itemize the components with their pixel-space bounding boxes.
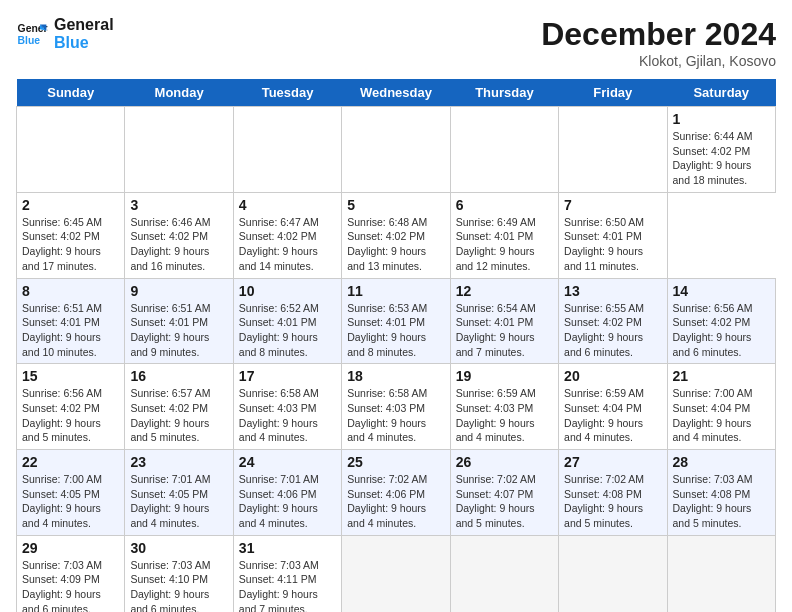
month-title: December 2024	[541, 16, 776, 53]
day-info: Sunrise: 6:48 AMSunset: 4:02 PMDaylight:…	[347, 215, 444, 274]
day-info: Sunrise: 7:01 AMSunset: 4:06 PMDaylight:…	[239, 472, 336, 531]
day-info: Sunrise: 7:00 AMSunset: 4:05 PMDaylight:…	[22, 472, 119, 531]
day-cell: 26Sunrise: 7:02 AMSunset: 4:07 PMDayligh…	[450, 450, 558, 536]
day-info: Sunrise: 6:56 AMSunset: 4:02 PMDaylight:…	[673, 301, 770, 360]
day-cell: 17Sunrise: 6:58 AMSunset: 4:03 PMDayligh…	[233, 364, 341, 450]
svg-text:Blue: Blue	[18, 34, 41, 45]
day-cell: 30Sunrise: 7:03 AMSunset: 4:10 PMDayligh…	[125, 535, 233, 612]
week-row: 29Sunrise: 7:03 AMSunset: 4:09 PMDayligh…	[17, 535, 776, 612]
day-number: 5	[347, 197, 444, 213]
day-info: Sunrise: 6:46 AMSunset: 4:02 PMDaylight:…	[130, 215, 227, 274]
day-number: 21	[673, 368, 770, 384]
day-info: Sunrise: 7:03 AMSunset: 4:10 PMDaylight:…	[130, 558, 227, 612]
day-number: 22	[22, 454, 119, 470]
day-number: 20	[564, 368, 661, 384]
day-info: Sunrise: 7:03 AMSunset: 4:11 PMDaylight:…	[239, 558, 336, 612]
day-number: 29	[22, 540, 119, 556]
logo: General Blue General Blue	[16, 16, 114, 51]
day-number: 15	[22, 368, 119, 384]
day-info: Sunrise: 6:51 AMSunset: 4:01 PMDaylight:…	[130, 301, 227, 360]
day-cell: 15Sunrise: 6:56 AMSunset: 4:02 PMDayligh…	[17, 364, 125, 450]
empty-cell	[17, 107, 125, 193]
day-cell: 16Sunrise: 6:57 AMSunset: 4:02 PMDayligh…	[125, 364, 233, 450]
day-cell: 20Sunrise: 6:59 AMSunset: 4:04 PMDayligh…	[559, 364, 667, 450]
day-number: 23	[130, 454, 227, 470]
day-number: 1	[673, 111, 770, 127]
day-cell: 10Sunrise: 6:52 AMSunset: 4:01 PMDayligh…	[233, 278, 341, 364]
empty-cell	[559, 535, 667, 612]
day-number: 14	[673, 283, 770, 299]
day-cell: 13Sunrise: 6:55 AMSunset: 4:02 PMDayligh…	[559, 278, 667, 364]
day-info: Sunrise: 6:52 AMSunset: 4:01 PMDaylight:…	[239, 301, 336, 360]
empty-cell	[450, 107, 558, 193]
day-info: Sunrise: 6:54 AMSunset: 4:01 PMDaylight:…	[456, 301, 553, 360]
day-info: Sunrise: 6:57 AMSunset: 4:02 PMDaylight:…	[130, 386, 227, 445]
day-cell: 21Sunrise: 7:00 AMSunset: 4:04 PMDayligh…	[667, 364, 775, 450]
empty-cell	[342, 107, 450, 193]
day-cell: 1Sunrise: 6:44 AMSunset: 4:02 PMDaylight…	[667, 107, 775, 193]
day-number: 7	[564, 197, 661, 213]
day-info: Sunrise: 6:59 AMSunset: 4:03 PMDaylight:…	[456, 386, 553, 445]
day-header-saturday: Saturday	[667, 79, 775, 107]
day-cell: 14Sunrise: 6:56 AMSunset: 4:02 PMDayligh…	[667, 278, 775, 364]
week-row: 8Sunrise: 6:51 AMSunset: 4:01 PMDaylight…	[17, 278, 776, 364]
empty-cell	[450, 535, 558, 612]
logo-text-blue: Blue	[54, 34, 114, 52]
day-number: 11	[347, 283, 444, 299]
day-cell: 25Sunrise: 7:02 AMSunset: 4:06 PMDayligh…	[342, 450, 450, 536]
week-row: 22Sunrise: 7:00 AMSunset: 4:05 PMDayligh…	[17, 450, 776, 536]
day-info: Sunrise: 6:49 AMSunset: 4:01 PMDaylight:…	[456, 215, 553, 274]
day-cell: 27Sunrise: 7:02 AMSunset: 4:08 PMDayligh…	[559, 450, 667, 536]
day-cell: 18Sunrise: 6:58 AMSunset: 4:03 PMDayligh…	[342, 364, 450, 450]
day-info: Sunrise: 7:02 AMSunset: 4:07 PMDaylight:…	[456, 472, 553, 531]
day-cell: 29Sunrise: 7:03 AMSunset: 4:09 PMDayligh…	[17, 535, 125, 612]
day-cell: 9Sunrise: 6:51 AMSunset: 4:01 PMDaylight…	[125, 278, 233, 364]
empty-cell	[342, 535, 450, 612]
empty-cell	[233, 107, 341, 193]
location: Klokot, Gjilan, Kosovo	[541, 53, 776, 69]
day-cell: 28Sunrise: 7:03 AMSunset: 4:08 PMDayligh…	[667, 450, 775, 536]
day-header-tuesday: Tuesday	[233, 79, 341, 107]
day-number: 2	[22, 197, 119, 213]
header-row: SundayMondayTuesdayWednesdayThursdayFrid…	[17, 79, 776, 107]
day-number: 17	[239, 368, 336, 384]
calendar-table: SundayMondayTuesdayWednesdayThursdayFrid…	[16, 79, 776, 612]
logo-text-general: General	[54, 16, 114, 34]
day-number: 30	[130, 540, 227, 556]
page-header: General Blue General Blue December 2024 …	[16, 16, 776, 69]
day-info: Sunrise: 7:03 AMSunset: 4:09 PMDaylight:…	[22, 558, 119, 612]
day-cell: 6Sunrise: 6:49 AMSunset: 4:01 PMDaylight…	[450, 192, 558, 278]
day-number: 16	[130, 368, 227, 384]
day-info: Sunrise: 7:00 AMSunset: 4:04 PMDaylight:…	[673, 386, 770, 445]
day-number: 31	[239, 540, 336, 556]
day-info: Sunrise: 7:02 AMSunset: 4:06 PMDaylight:…	[347, 472, 444, 531]
day-cell: 22Sunrise: 7:00 AMSunset: 4:05 PMDayligh…	[17, 450, 125, 536]
day-cell: 11Sunrise: 6:53 AMSunset: 4:01 PMDayligh…	[342, 278, 450, 364]
week-row: 1Sunrise: 6:44 AMSunset: 4:02 PMDaylight…	[17, 107, 776, 193]
day-cell: 2Sunrise: 6:45 AMSunset: 4:02 PMDaylight…	[17, 192, 125, 278]
day-cell: 3Sunrise: 6:46 AMSunset: 4:02 PMDaylight…	[125, 192, 233, 278]
day-number: 27	[564, 454, 661, 470]
day-info: Sunrise: 6:56 AMSunset: 4:02 PMDaylight:…	[22, 386, 119, 445]
day-number: 4	[239, 197, 336, 213]
day-number: 18	[347, 368, 444, 384]
day-header-monday: Monday	[125, 79, 233, 107]
day-cell: 7Sunrise: 6:50 AMSunset: 4:01 PMDaylight…	[559, 192, 667, 278]
day-header-sunday: Sunday	[17, 79, 125, 107]
day-info: Sunrise: 7:03 AMSunset: 4:08 PMDaylight:…	[673, 472, 770, 531]
day-header-friday: Friday	[559, 79, 667, 107]
day-cell: 8Sunrise: 6:51 AMSunset: 4:01 PMDaylight…	[17, 278, 125, 364]
day-info: Sunrise: 6:55 AMSunset: 4:02 PMDaylight:…	[564, 301, 661, 360]
day-cell: 31Sunrise: 7:03 AMSunset: 4:11 PMDayligh…	[233, 535, 341, 612]
empty-cell	[125, 107, 233, 193]
day-info: Sunrise: 6:58 AMSunset: 4:03 PMDaylight:…	[347, 386, 444, 445]
day-info: Sunrise: 6:47 AMSunset: 4:02 PMDaylight:…	[239, 215, 336, 274]
title-block: December 2024 Klokot, Gjilan, Kosovo	[541, 16, 776, 69]
day-info: Sunrise: 7:02 AMSunset: 4:08 PMDaylight:…	[564, 472, 661, 531]
day-cell: 4Sunrise: 6:47 AMSunset: 4:02 PMDaylight…	[233, 192, 341, 278]
day-info: Sunrise: 6:50 AMSunset: 4:01 PMDaylight:…	[564, 215, 661, 274]
day-header-thursday: Thursday	[450, 79, 558, 107]
day-cell: 5Sunrise: 6:48 AMSunset: 4:02 PMDaylight…	[342, 192, 450, 278]
day-cell: 24Sunrise: 7:01 AMSunset: 4:06 PMDayligh…	[233, 450, 341, 536]
day-info: Sunrise: 6:45 AMSunset: 4:02 PMDaylight:…	[22, 215, 119, 274]
